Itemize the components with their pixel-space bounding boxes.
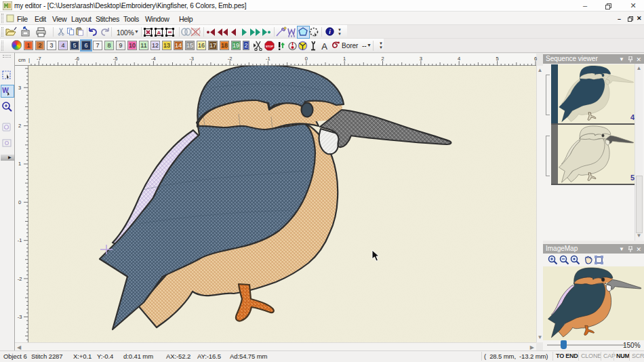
svg-text:STOP: STOP xyxy=(266,45,274,48)
svg-text:A: A xyxy=(157,30,161,36)
svg-text:A: A xyxy=(321,41,327,52)
